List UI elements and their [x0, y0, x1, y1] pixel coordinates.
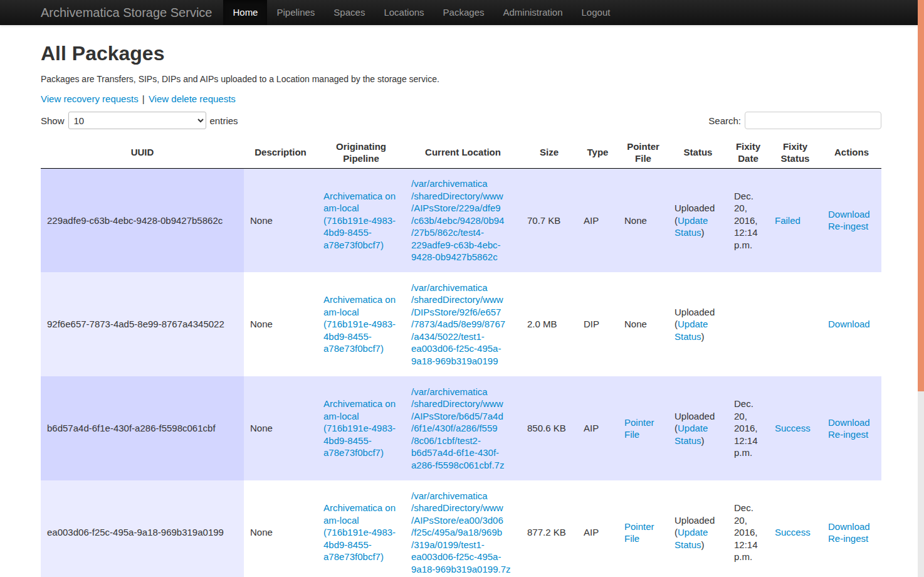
view-recovery-requests-link[interactable]: View recovery requests — [41, 93, 139, 104]
download-link[interactable]: Download — [828, 416, 875, 429]
pointer-file-text: None — [624, 319, 647, 329]
scrollbar-thumb[interactable] — [918, 0, 924, 391]
cell-pointer-file: None — [618, 168, 668, 272]
download-link[interactable]: Download — [828, 521, 875, 533]
col-header-actions[interactable]: Actions — [822, 138, 881, 168]
fixity-status-link[interactable]: Success — [775, 423, 811, 433]
fixity-status-link[interactable]: Success — [775, 527, 811, 537]
pointer-file-link[interactable]: Pointer File — [624, 417, 654, 440]
pipeline-link[interactable]: Archivematica on am-local (716b191e-4983… — [323, 191, 396, 250]
location-link[interactable]: ​/var​/archivematica​/sharedDirectory​/w… — [411, 282, 505, 366]
reingest-link[interactable]: Re-ingest — [828, 220, 875, 233]
cell-pointer-file: Pointer File — [618, 376, 668, 480]
cell-size: 850.6 KB — [521, 376, 577, 480]
reingest-link[interactable]: Re-ingest — [828, 428, 875, 441]
col-header-fixity-status[interactable]: Fixity Status — [769, 138, 822, 168]
cell-description: None — [244, 168, 317, 272]
cell-uuid: 92f6e657-7873-4ad5-8e99-8767a4345022 — [41, 272, 244, 376]
link-separator: | — [142, 93, 145, 104]
packages-table: UUID Description Originating Pipeline Cu… — [41, 138, 881, 577]
page-title: All Packages — [41, 41, 881, 65]
nav-item-logout[interactable]: Logout — [572, 0, 620, 25]
page-intro: Packages are Transfers, SIPs, DIPs and A… — [41, 73, 881, 85]
cell-pointer-file: None — [618, 272, 668, 376]
request-links: View recovery requests | View delete req… — [41, 93, 881, 105]
scrollbar-track[interactable] — [918, 0, 924, 577]
cell-fixity-date: Dec. 20, 2016, 12:14 p.m. — [728, 168, 769, 272]
cell-size: 70.7 KB — [521, 168, 577, 272]
cell-type: AIP — [577, 168, 618, 272]
cell-uuid: ea003d06-f25c-495a-9a18-969b319a0199 — [41, 480, 244, 577]
cell-type: AIP — [577, 480, 618, 577]
search-control: Search: — [708, 112, 881, 129]
cell-pipeline: Archivematica on am-local (716b191e-4983… — [317, 272, 405, 376]
cell-location: ​/var​/archivematica​/sharedDirectory​/w… — [405, 272, 521, 376]
pipeline-link[interactable]: Archivematica on am-local (716b191e-4983… — [323, 294, 396, 354]
pipeline-link[interactable]: Archivematica on am-local (716b191e-4983… — [323, 502, 396, 562]
table-row: ea003d06-f25c-495a-9a18-969b319a0199 Non… — [41, 480, 881, 577]
col-header-uuid[interactable]: UUID — [41, 138, 244, 168]
pointer-file-link[interactable]: Pointer File — [624, 521, 654, 544]
cell-location: ​/var​/archivematica​/sharedDirectory​/w… — [405, 168, 521, 272]
top-navbar: Archivematica Storage Service Home Pipel… — [0, 0, 924, 25]
cell-fixity-status: Success — [769, 480, 822, 577]
main-content: All Packages Packages are Transfers, SIP… — [41, 41, 881, 577]
location-link[interactable]: ​/var​/archivematica​/sharedDirectory​/w… — [411, 386, 504, 470]
col-header-size[interactable]: Size — [521, 138, 577, 168]
entries-select[interactable]: 10 — [68, 112, 206, 129]
cell-status: Uploaded (Update Status) — [668, 272, 728, 376]
col-header-current-location[interactable]: Current Location — [405, 138, 521, 168]
status-text-close: ) — [701, 227, 705, 238]
table-header-row: UUID Description Originating Pipeline Cu… — [41, 138, 881, 168]
cell-description: None — [244, 480, 317, 577]
col-header-originating-pipeline[interactable]: Originating Pipeline — [317, 138, 405, 168]
cell-pipeline: Archivematica on am-local (716b191e-4983… — [317, 376, 405, 480]
status-text-close: ) — [701, 435, 705, 446]
entries-length-control: Show 10 entries — [41, 112, 238, 129]
cell-actions: DownloadRe-ingest — [822, 168, 881, 272]
col-header-status[interactable]: Status — [668, 138, 728, 168]
nav-item-home[interactable]: Home — [223, 0, 267, 25]
nav-item-locations[interactable]: Locations — [374, 0, 433, 25]
pointer-file-text: None — [624, 215, 647, 226]
download-link[interactable]: Download — [828, 318, 875, 331]
table-row: b6d57a4d-6f1e-430f-a286-f5598c061cbf Non… — [41, 376, 881, 480]
cell-fixity-date: Dec. 20, 2016, 12:14 p.m. — [728, 376, 769, 480]
fixity-status-link[interactable]: Failed — [775, 215, 801, 226]
cell-size: 2.0 MB — [521, 272, 577, 376]
nav-item-pipelines[interactable]: Pipelines — [267, 0, 324, 25]
cell-pipeline: Archivematica on am-local (716b191e-4983… — [317, 168, 405, 272]
location-link[interactable]: ​/var​/archivematica​/sharedDirectory​/w… — [411, 178, 504, 262]
download-link[interactable]: Download — [828, 208, 875, 221]
col-header-description[interactable]: Description — [244, 138, 317, 168]
table-row: 229adfe9-c63b-4ebc-9428-0b9427b5862c Non… — [41, 168, 881, 272]
search-label: Search: — [708, 115, 741, 126]
cell-actions: DownloadRe-ingest — [822, 480, 881, 577]
cell-fixity-date: Dec. 20, 2016, 12:14 p.m. — [728, 480, 769, 577]
table-controls: Show 10 entries Search: — [41, 112, 881, 129]
reingest-link[interactable]: Re-ingest — [828, 532, 875, 545]
cell-fixity-status: Failed — [769, 168, 822, 272]
col-header-pointer-file[interactable]: Pointer File — [618, 138, 668, 168]
nav-item-administration[interactable]: Administration — [493, 0, 572, 25]
cell-uuid: 229adfe9-c63b-4ebc-9428-0b9427b5862c — [41, 168, 244, 272]
nav-item-packages[interactable]: Packages — [434, 0, 494, 25]
pipeline-link[interactable]: Archivematica on am-local (716b191e-4983… — [323, 398, 396, 458]
cell-uuid: b6d57a4d-6f1e-430f-a286-f5598c061cbf — [41, 376, 244, 480]
view-delete-requests-link[interactable]: View delete requests — [149, 93, 236, 104]
search-input[interactable] — [745, 112, 881, 129]
col-header-fixity-date[interactable]: Fixity Date — [728, 138, 769, 168]
nav-item-spaces[interactable]: Spaces — [324, 0, 374, 25]
col-header-type[interactable]: Type — [577, 138, 618, 168]
cell-description: None — [244, 376, 317, 480]
cell-pipeline: Archivematica on am-local (716b191e-4983… — [317, 480, 405, 577]
cell-actions: Download — [822, 272, 881, 376]
cell-status: Uploaded (Update Status) — [668, 168, 728, 272]
entries-label: entries — [210, 115, 238, 126]
status-text-close: ) — [701, 331, 705, 342]
status-text-close: ) — [701, 539, 705, 550]
location-link[interactable]: ​/var​/archivematica​/sharedDirectory​/w… — [411, 490, 510, 574]
cell-pointer-file: Pointer File — [618, 480, 668, 577]
table-row: 92f6e657-7873-4ad5-8e99-8767a4345022 Non… — [41, 272, 881, 376]
app-brand: Archivematica Storage Service — [41, 0, 212, 25]
